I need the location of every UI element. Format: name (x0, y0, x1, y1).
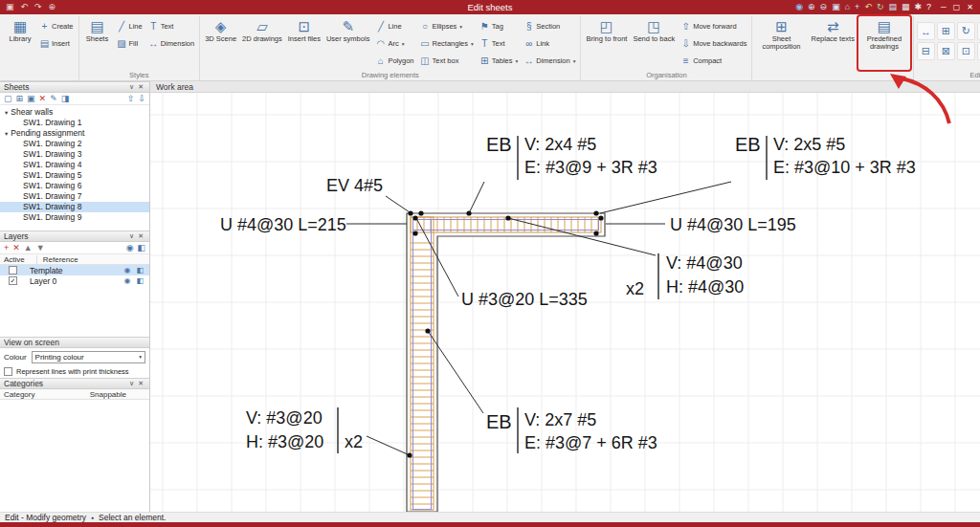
move-backwards-button[interactable]: ⇩Move backwards (679, 35, 748, 52)
rename-sheet-icon[interactable]: ✎ (50, 93, 57, 105)
predefined-drawings-button[interactable]: ▤Predefined drawings (858, 16, 910, 70)
draw-text-box-button[interactable]: ◫Text box (418, 53, 476, 69)
user-icon[interactable]: ◉ (795, 0, 803, 14)
layer-visibility-icon[interactable]: ◉ (123, 266, 130, 274)
undo-icon[interactable]: ↶ (21, 0, 29, 14)
draw-rectangles-button[interactable]: ▭Rectangles▾ (418, 35, 476, 52)
draw-tables-button[interactable]: ⊞Tables▾ (478, 53, 520, 69)
delete-button[interactable]: ⊠ (937, 42, 955, 60)
duplicate-sheet-icon[interactable]: ▣ (27, 93, 35, 105)
tree-item[interactable]: SW1. Drawing 7 (0, 191, 149, 202)
tree-item[interactable]: SW1. Drawing 5 (0, 170, 149, 181)
tree-item[interactable]: SW1. Drawing 4 (0, 160, 149, 170)
zoom-icon[interactable]: ⊕ (49, 0, 56, 14)
colour-select[interactable]: Printing colour ▾ (32, 351, 145, 363)
delete-icon: ⊠ (942, 45, 950, 57)
layers-view-icon[interactable]: ▤ (888, 0, 897, 14)
tree-group[interactable]: ▾Pending assignment (0, 128, 149, 139)
save-icon[interactable]: ▣ (6, 0, 14, 14)
layers-collapse-icon[interactable]: ∨ (127, 232, 136, 240)
new-group-icon[interactable]: ⊞ (16, 93, 24, 105)
insert-button[interactable]: ▤Insert (37, 35, 76, 52)
draw-polygon-button[interactable]: ⌂Polygon (373, 53, 415, 69)
layer-up-icon[interactable]: ▲ (24, 242, 33, 254)
bring-to-front-button[interactable]: ◰Bring to front (584, 16, 629, 70)
draw-text-button[interactable]: TText (478, 35, 520, 52)
tree-item[interactable]: SW1. Drawing 1 (0, 118, 149, 128)
draw-section-button[interactable]: §Section (522, 18, 577, 34)
zoom-extents-icon[interactable]: ⌂ (845, 0, 850, 14)
3d-scene-button[interactable]: ◈3D Scene (203, 16, 238, 70)
move-sheet-up-icon[interactable]: ⇧ (127, 93, 135, 105)
user-symbols-button[interactable]: ✎User symbols (324, 16, 371, 70)
dimension-style-button[interactable]: ↔Dimension (146, 35, 196, 52)
layer-active-checkbox[interactable]: ✓ (9, 276, 17, 285)
layer-lock-icon[interactable]: ◧ (136, 266, 144, 274)
replace-texts-button[interactable]: ⇄Replace texts (809, 16, 856, 70)
work-area-tab-label: Work area (156, 82, 193, 92)
move-forward-button[interactable]: ⇧Move forward (679, 18, 748, 34)
pan-icon[interactable]: + (855, 0, 859, 14)
sheets-close-icon[interactable]: ✕ (136, 83, 145, 91)
fill-style-button[interactable]: ▨Fill (115, 35, 145, 52)
redraw-icon[interactable]: ↻ (877, 0, 884, 14)
print-thickness-checkbox[interactable] (4, 367, 12, 376)
rotate-button[interactable]: ↻ (957, 22, 975, 40)
delete-sheet-icon[interactable]: ✕ (39, 93, 47, 105)
edit-vertices-button[interactable]: ⊡ (957, 42, 975, 60)
maximize-button[interactable]: ▢ (953, 0, 961, 14)
tree-item[interactable]: SW1. Drawing 2 (0, 139, 149, 149)
sheet-properties-icon[interactable]: ◨ (61, 93, 70, 105)
draw-ellipses-button[interactable]: ○Ellipses▾ (418, 18, 476, 34)
new-sheet-icon[interactable]: ▢ (4, 93, 12, 105)
tree-item[interactable]: SW1. Drawing 3 (0, 149, 149, 160)
trim-button[interactable]: ⊟ (917, 42, 935, 60)
draw-arc-button[interactable]: ◠Arc▾ (373, 35, 415, 52)
send-to-back-button[interactable]: ◳Send to back (631, 16, 677, 70)
lock-all-icon[interactable]: ◧ (137, 242, 145, 254)
layers-close-icon[interactable]: ✕ (136, 232, 145, 240)
visibility-all-icon[interactable]: ◉ (126, 242, 134, 254)
redo-icon[interactable]: ↷ (34, 0, 42, 14)
layer-row[interactable]: Template◉◧ (0, 265, 149, 275)
zoom-out-icon[interactable]: ⊖ (820, 0, 828, 14)
draw-dimension-button[interactable]: ↔Dimension▾ (522, 53, 577, 69)
copy-button[interactable]: ⊞ (937, 22, 955, 40)
tree-item[interactable]: SW1. Drawing 9 (0, 212, 149, 223)
layer-down-icon[interactable]: ▼ (36, 242, 45, 254)
layer-row[interactable]: ✓Layer 0◉◧ (0, 275, 149, 286)
tree-item[interactable]: SW1. Drawing 6 (0, 181, 149, 191)
move-sheet-down-icon[interactable]: ⇩ (138, 93, 145, 105)
sheets-button[interactable]: ▤Sheets (82, 16, 113, 70)
delete-layer-icon[interactable]: ✕ (12, 242, 20, 254)
draw-line-button[interactable]: ╱Line (373, 18, 415, 34)
zoom-in-icon[interactable]: ⊕ (808, 0, 815, 14)
create-button[interactable]: +Create (37, 18, 76, 34)
draw-link-button[interactable]: ∞Link (522, 35, 577, 52)
line-style-button[interactable]: ╱Line (115, 18, 145, 34)
compact-button[interactable]: ≡Compact (679, 53, 748, 69)
layer-lock-icon[interactable]: ◧ (136, 276, 144, 285)
categories-close-icon[interactable]: ✕ (136, 380, 145, 387)
add-layer-icon[interactable]: + (4, 242, 9, 254)
categories-collapse-icon[interactable]: ∨ (127, 380, 136, 387)
layer-active-checkbox[interactable] (9, 266, 17, 274)
sheet-composition-button[interactable]: ⊞Sheet composition (755, 16, 807, 70)
layer-visibility-icon[interactable]: ◉ (123, 276, 130, 285)
tree-item[interactable]: SW1. Drawing 8 (0, 202, 149, 212)
tree-group[interactable]: ▾Shear walls (0, 107, 149, 118)
move-button[interactable]: ↔ (917, 22, 935, 40)
settings-icon[interactable]: ✱ (915, 0, 923, 14)
close-button[interactable]: ✕ (967, 0, 973, 14)
2d-drawings-button[interactable]: ▱2D drawings (240, 16, 284, 70)
sheets-collapse-icon[interactable]: ∨ (127, 83, 136, 91)
minimize-button[interactable]: ─ (941, 0, 947, 14)
draw-tag-button[interactable]: ⚑Tag (478, 18, 520, 34)
zoom-window-icon[interactable]: ▣ (832, 0, 840, 14)
library-button[interactable]: ▦Library (5, 16, 35, 70)
text-style-button[interactable]: TText (146, 18, 196, 34)
previous-view-icon[interactable]: ↶ (864, 0, 872, 14)
insert-files-button[interactable]: ⊡Insert files (286, 16, 323, 70)
drawing-canvas[interactable]: EBV: 2x4 #5E: #3@9 + 3R #3EBV: 2x5 #5E: … (150, 93, 980, 512)
print-icon[interactable]: ▦ (902, 0, 910, 14)
